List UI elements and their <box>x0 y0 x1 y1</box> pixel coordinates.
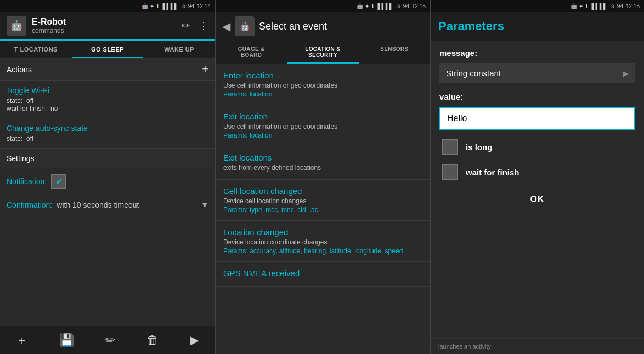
app-name: E-Robot <box>32 17 182 27</box>
tab-wakeup[interactable]: WAKE UP <box>143 41 215 58</box>
add-button[interactable]: ＋ <box>16 332 28 349</box>
event-exit-locations[interactable]: Exit locations exits from every defined … <box>216 146 430 180</box>
action-detail-wait: wait for finish: no <box>7 105 208 112</box>
robot-icon2: 🤖 <box>235 16 255 36</box>
event-desc-exits: exits from every defined locations <box>223 164 422 172</box>
panel-erobot: 🤖 ✦ ⬆ ▌▌▌▌ ⊙ 94 12:14 🤖 E-Robot commands… <box>0 0 216 354</box>
action-title-autosync: Change auto-sync state <box>7 124 208 133</box>
notification-setting: Notification: ✔ <box>0 168 215 195</box>
time2: 12:15 <box>412 3 426 9</box>
confirmation-value: with 10 seconds timeout <box>57 201 201 209</box>
settings-section-header: Settings <box>0 149 215 168</box>
clock-icon2: ⊙ <box>396 3 400 9</box>
action-detail-state: state: off <box>7 97 208 105</box>
event-desc-exit: Use cell information or geo coordinates <box>223 123 422 130</box>
android-icons2: 🤖 ✦ ⬆ <box>357 3 375 9</box>
event-title-exit: Exit location <box>223 112 422 121</box>
parameters-title: Parameters <box>438 19 504 33</box>
event-desc-locchg: Device location coordinate changes <box>223 238 422 246</box>
panel3-status-bar: 🤖 ✦ ⬆ ▌▌▌▌ ⊙ 94 12:15 <box>431 0 644 12</box>
event-title-gps: GPS NMEA received <box>223 269 422 278</box>
actions-section-header: Actions + <box>0 59 215 81</box>
ok-button-row: OK <box>439 189 635 210</box>
status-time: 12:14 <box>197 3 211 9</box>
event-enter-location[interactable]: Enter location Use cell information or g… <box>216 64 430 105</box>
panel3-header: Parameters <box>431 12 644 41</box>
event-params-locchg: Params: accuracy, altitude, bearing, lat… <box>223 247 422 255</box>
event-desc-cell: Device cell location changes <box>223 197 422 205</box>
panel2-header: ◀ 🤖 Select an event <box>216 12 430 41</box>
message-label: message: <box>439 48 635 58</box>
state-key: state: <box>7 97 25 105</box>
clock-icon: ⊙ <box>181 3 185 9</box>
message-param-section: message: String constant ▶ value: is lon… <box>431 41 644 218</box>
wait-for-finish-checkbox[interactable] <box>442 164 458 180</box>
app-subtitle: commands <box>32 27 182 35</box>
time3: 12:15 <box>626 3 640 9</box>
actions-label: Actions <box>7 65 32 74</box>
event-desc-enter: Use cell information or geo coordinates <box>223 82 422 89</box>
app-title: E-Robot commands <box>32 17 182 35</box>
event-title-cell: Cell location changed <box>223 186 422 196</box>
is-long-checkbox[interactable] <box>442 139 458 155</box>
is-long-label: is long <box>466 142 492 152</box>
dropdown-arrow-icon[interactable]: ▼ <box>201 201 208 209</box>
clock-icon3: ⊙ <box>610 3 614 9</box>
more-icon[interactable]: ⋮ <box>199 20 208 32</box>
wait-key: wait for finish: <box>7 105 49 112</box>
save-button[interactable]: 💾 <box>59 333 74 347</box>
tab-location-security[interactable]: LOCATION &SECURITY <box>287 41 358 64</box>
value-input[interactable] <box>439 107 635 130</box>
event-title-enter: Enter location <box>223 71 422 80</box>
string-constant-selector[interactable]: String constant ▶ <box>439 63 635 83</box>
tab-language[interactable]: GUAGE &BOARD <box>216 41 287 64</box>
panel-parameters: 🤖 ✦ ⬆ ▌▌▌▌ ⊙ 94 12:15 Parameters message… <box>431 0 644 354</box>
value-label: value: <box>439 92 635 101</box>
event-exit-location[interactable]: Exit location Use cell information or ge… <box>216 105 430 146</box>
notification-checkbox[interactable]: ✔ <box>51 174 66 189</box>
add-action-button[interactable]: + <box>202 63 208 76</box>
battery2: 94 <box>403 3 409 9</box>
event-list: Enter location Use cell information or g… <box>216 64 430 354</box>
action-title-wifi: Toggle Wi-Fi <box>7 86 208 95</box>
event-params-enter: Params: location <box>223 90 422 98</box>
event-params-exit: Params: location <box>223 132 422 139</box>
back-button[interactable]: ◀ <box>222 20 230 33</box>
state-val2: off <box>26 135 33 142</box>
android-icons3: 🤖 ✦ ⬆ <box>570 3 589 9</box>
panel2-tabs: GUAGE &BOARD LOCATION &SECURITY SENSORS <box>216 41 430 64</box>
battery3: 94 <box>617 3 623 9</box>
tab-locations[interactable]: T LOCATIONS <box>0 41 72 58</box>
panel2-title: Select an event <box>259 21 327 32</box>
event-title-exits: Exit locations <box>223 153 422 162</box>
tab-gosleep[interactable]: GO SLEEP <box>72 41 144 58</box>
state-key2: state: <box>7 135 25 142</box>
action-detail-state2: state: off <box>7 135 208 142</box>
event-location-changed[interactable]: Location changed Device location coordin… <box>216 221 430 262</box>
panel1-tabs: T LOCATIONS GO SLEEP WAKE UP <box>0 41 215 59</box>
robot-icon: 🤖 <box>7 16 26 36</box>
play-button[interactable]: ▶ <box>190 333 199 347</box>
header-action-icons: ✏ ⋮ <box>182 20 208 32</box>
panel-select-event: 🤖 ✦ ⬆ ▌▌▌▌ ⊙ 94 12:15 ◀ 🤖 Select an even… <box>216 0 431 354</box>
delete-button[interactable]: 🗑 <box>146 333 159 347</box>
wait-for-finish-row: wait for finish <box>439 164 635 180</box>
event-gps-nmea[interactable]: GPS NMEA received <box>216 262 430 287</box>
panel1-header: 🤖 E-Robot commands ✏ ⋮ <box>0 12 215 41</box>
edit-button[interactable]: ✏ <box>105 333 115 347</box>
signal-icon3: ▌▌▌▌ <box>592 3 607 9</box>
panel1-status-bar: 🤖 ✦ ⬆ ▌▌▌▌ ⊙ 94 12:14 <box>0 0 215 12</box>
action-autosync: Change auto-sync state state: off <box>0 118 215 149</box>
tab-sensors[interactable]: SENSORS <box>359 41 430 64</box>
notification-label: Notification: <box>7 177 47 186</box>
is-long-row: is long <box>439 139 635 155</box>
event-cell-changed[interactable]: Cell location changed Device cell locati… <box>216 180 430 221</box>
wait-val: no <box>50 105 58 112</box>
bottom-toolbar: ＋ 💾 ✏ 🗑 ▶ <box>0 326 215 354</box>
wait-for-finish-label: wait for finish <box>466 168 519 177</box>
ok-button[interactable]: OK <box>509 189 567 210</box>
string-constant-text: String constant <box>446 68 623 78</box>
edit-icon[interactable]: ✏ <box>182 20 190 32</box>
event-params-cell: Params: type, mcc, mnc, cid, lac <box>223 206 422 214</box>
battery-icon: 94 <box>188 3 194 9</box>
